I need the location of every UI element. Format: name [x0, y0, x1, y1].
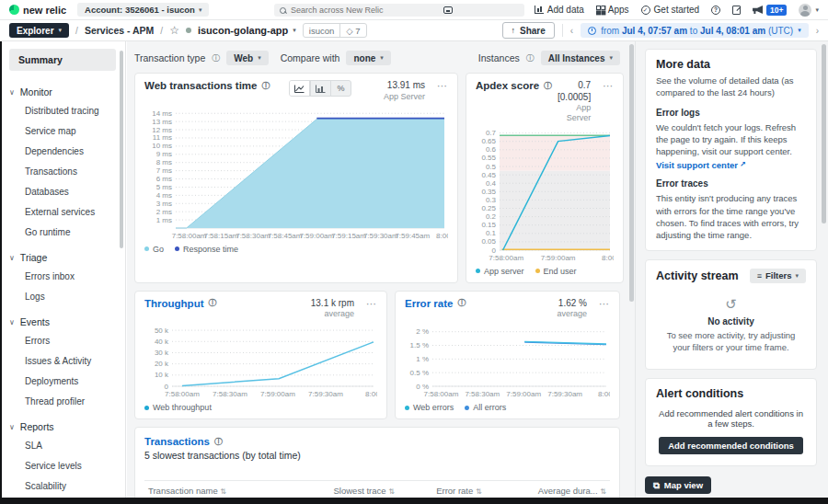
legend-item[interactable]: All errors	[465, 403, 506, 412]
sidebar-item-logs[interactable]: Logs	[0, 286, 125, 306]
chart-menu-button[interactable]: ⋯	[603, 80, 614, 92]
sidebar-section-reports[interactable]: ∨Reports	[0, 411, 125, 435]
time-back-button[interactable]: ‹	[570, 26, 573, 36]
info-icon[interactable]: ⓘ	[526, 54, 535, 63]
sidebar-item-go-runtime[interactable]: Go runtime	[0, 222, 125, 242]
chart-legend[interactable]: GoResponse time	[144, 245, 448, 254]
sidebar-item-deployments[interactable]: Deployments	[0, 371, 125, 391]
svg-text:0.5 %: 0.5 %	[410, 369, 429, 377]
sidebar-item-thread-profiler[interactable]: Thread profiler	[0, 391, 125, 411]
favorite-star-icon[interactable]: ☆	[169, 25, 179, 36]
sidebar-item-scalability[interactable]: Scalability	[0, 475, 125, 496]
no-activity-title: No activity	[656, 316, 806, 326]
right-panel-scrollbar[interactable]	[822, 44, 826, 223]
throughput-card: Throughputⓘ 13.1 k rpm average ⋯ 010 k20…	[134, 291, 387, 420]
chart-menu-button[interactable]: ⋯	[599, 298, 610, 310]
compare-with-select[interactable]: none ▾	[346, 51, 390, 65]
svg-text:0.1: 0.1	[486, 229, 497, 237]
activity-filters-button[interactable]: ≡ Filters ▾	[750, 269, 806, 283]
transaction-type-select[interactable]: Web ▾	[226, 51, 268, 65]
sidebar-item-issues-activity[interactable]: Issues & Activity	[0, 350, 125, 371]
chart-menu-button[interactable]: ⋯	[437, 80, 448, 92]
column-header[interactable]: Slowest trace ⇅	[285, 481, 398, 498]
throughput-title-link[interactable]: Throughputⓘ	[144, 298, 217, 309]
sidebar-item-summary[interactable]: Summary	[9, 49, 116, 71]
info-icon[interactable]: ⓘ	[544, 82, 552, 90]
activity-stream-title: Activity stream	[656, 269, 739, 282]
chevron-down-icon: ∨	[9, 318, 15, 326]
user-menu[interactable]: ▾	[799, 4, 819, 17]
column-header[interactable]: Average dura... ⇅	[486, 481, 610, 498]
global-search[interactable]	[274, 4, 524, 17]
sidebar-item-sla[interactable]: SLA	[0, 435, 125, 455]
transactions-title-link[interactable]: Transactionsⓘ	[144, 436, 610, 447]
error-rate-chart-canvas[interactable]: 0 %0.5 %1 %1.5 %2 %7:58:00am7:58:30am7:5…	[405, 319, 610, 400]
chart-legend[interactable]: App serverEnd user	[476, 267, 614, 276]
panel-collapse-handle[interactable]: ›	[635, 259, 636, 287]
chart-legend[interactable]: Web throughput	[144, 403, 377, 412]
sidebar-section-triage[interactable]: ∨Triage	[0, 242, 125, 266]
info-icon[interactable]: ⓘ	[262, 82, 270, 90]
chart-menu-button[interactable]: ⋯	[366, 298, 377, 310]
share-button[interactable]: ↑ Share	[502, 22, 555, 39]
instances-select[interactable]: All Instances ▾	[541, 51, 620, 65]
svg-text:0.5: 0.5	[486, 162, 497, 170]
entity-tags-badge[interactable]: isucon ◇ 7	[303, 23, 367, 38]
line-chart-toggle[interactable]	[290, 81, 310, 96]
legend-item[interactable]: Response time	[175, 245, 238, 254]
sidebar-item-dependencies[interactable]: Dependencies	[0, 141, 125, 161]
sidebar-item-transactions[interactable]: Transactions	[0, 161, 125, 181]
get-started-button[interactable]: ✓ Get started	[641, 5, 699, 15]
search-input[interactable]	[291, 6, 519, 15]
svg-text:8:00:: 8:00:	[436, 232, 448, 240]
web-transactions-time-title: Web transactions timeⓘ	[144, 80, 270, 91]
info-icon[interactable]: ⓘ	[212, 54, 220, 63]
entity-picker[interactable]: isucon-golang-app ▾	[198, 25, 296, 36]
apps-button[interactable]: Apps	[596, 5, 629, 15]
time-range-picker[interactable]: from Jul 4, 07:57 am to Jul 4, 08:01 am …	[581, 23, 809, 38]
sidebar-item-distributed-tracing[interactable]: Distributed tracing	[0, 100, 125, 120]
sidebar-section-events[interactable]: ∨Events	[0, 306, 125, 330]
account-switcher[interactable]: Account: 3526061 - isucon ▾	[77, 3, 209, 17]
apdex-chart-canvas[interactable]: 00.050.10.150.20.250.30.350.40.450.50.55…	[476, 124, 614, 264]
sidebar-item-service-levels[interactable]: Service levels	[0, 455, 125, 475]
info-icon[interactable]: ⓘ	[457, 299, 466, 307]
legend-item[interactable]: End user	[535, 267, 577, 276]
new-relic-logo[interactable]: new relic	[9, 5, 66, 16]
legend-item[interactable]: Go	[144, 245, 164, 254]
map-view-button[interactable]: ⧉ Map view	[645, 476, 711, 494]
sidebar-item-external-services[interactable]: External services	[0, 201, 125, 222]
add-recommended-conditions-button[interactable]: Add recommended conditions	[659, 437, 803, 454]
sidebar-item-service-map[interactable]: Service map	[0, 120, 125, 141]
time-forward-button[interactable]: ›	[816, 26, 819, 36]
main-scrollbar[interactable]	[629, 44, 634, 302]
column-header[interactable]: Error rate ⇅	[398, 481, 486, 498]
column-header[interactable]: Transaction name ⇅	[144, 481, 285, 498]
explorer-menu-button[interactable]: Explorer ▾	[9, 23, 69, 38]
breadcrumb-section[interactable]: Services - APM	[85, 25, 154, 36]
map-view-label: Map view	[664, 480, 703, 490]
support-center-link[interactable]: Visit support center↗	[656, 160, 746, 170]
add-data-button[interactable]: Add data	[535, 5, 584, 15]
throughput-chart-canvas[interactable]: 010 k20 k30 k40 k50 k7:58:00am7:58:30am7…	[144, 319, 377, 400]
info-icon[interactable]: ⓘ	[209, 299, 217, 307]
sidebar-scrollbar[interactable]	[120, 51, 123, 248]
chevron-down-icon: ▾	[258, 54, 261, 62]
announcements-button[interactable]: 10+	[753, 5, 787, 16]
sidebar-section-monitor[interactable]: ∨Monitor	[0, 76, 125, 100]
sidebar-item-errors-inbox[interactable]: Errors inbox	[0, 266, 125, 286]
info-icon[interactable]: ⓘ	[214, 438, 223, 446]
help-icon[interactable]: ?	[711, 6, 720, 15]
release-notes-icon[interactable]	[732, 6, 741, 15]
error-rate-title-link[interactable]: Error rateⓘ	[405, 298, 466, 309]
legend-item[interactable]: App server	[476, 267, 524, 276]
percent-toggle[interactable]: %	[330, 81, 351, 96]
sidebar-item-errors[interactable]: Errors	[0, 330, 125, 350]
web-transactions-chart-canvas[interactable]: 1 ms2 ms3 ms4 ms5 ms6 ms7 ms8 ms9 ms10 m…	[144, 102, 448, 242]
legend-item[interactable]: Web errors	[405, 403, 454, 412]
chart-legend[interactable]: Web errorsAll errors	[405, 403, 610, 412]
svg-text:11 ms: 11 ms	[153, 133, 172, 142]
bar-chart-toggle[interactable]	[310, 81, 330, 96]
legend-item[interactable]: Web throughput	[144, 403, 212, 412]
sidebar-item-databases[interactable]: Databases	[0, 181, 125, 201]
